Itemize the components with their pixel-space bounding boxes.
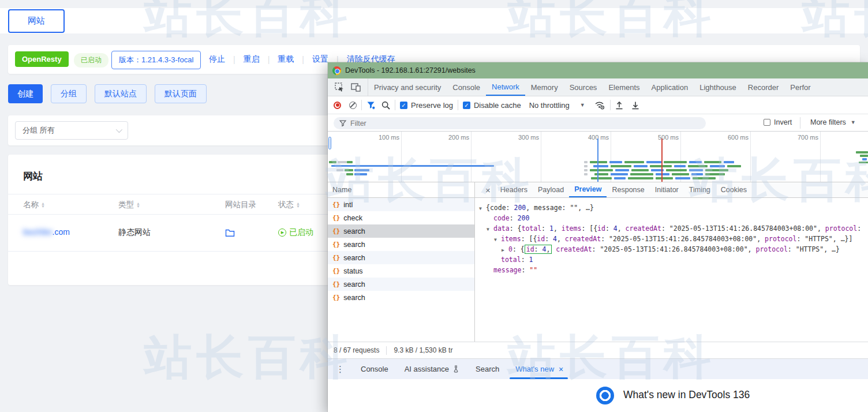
filter-input[interactable] <box>350 119 674 128</box>
devtools-tab-elements[interactable]: Elements <box>603 78 645 96</box>
column-header[interactable]: 状态▲▼ <box>278 200 300 210</box>
devtools-tab-console[interactable]: Console <box>447 78 486 96</box>
close-details-button[interactable]: × <box>481 182 495 197</box>
preserve-log-checkbox[interactable]: ✓ <box>400 102 407 109</box>
waterfall-bar <box>584 161 588 163</box>
drawer-tabbar: ⋮ ConsoleAI assistanceSearchWhat's new× <box>328 358 868 379</box>
drawer-tab-what-s-new[interactable]: What's new× <box>507 359 571 379</box>
details-tab-preview[interactable]: Preview <box>569 182 607 197</box>
details-tab-payload[interactable]: Payload <box>533 182 569 197</box>
filter-input-wrap[interactable] <box>334 117 706 129</box>
request-row[interactable]: {}search <box>328 224 475 238</box>
service-action-link[interactable]: 设置 <box>312 54 328 65</box>
json-token: createdAt <box>556 245 592 253</box>
sort-icon[interactable]: ▲▼ <box>136 202 140 208</box>
devtools-logo-icon <box>596 387 614 404</box>
site-name-link[interactable]: bwzhike.com <box>23 227 70 237</box>
details-tab-response[interactable]: Response <box>607 182 649 197</box>
sort-icon[interactable]: ▲▼ <box>296 202 300 208</box>
drawer-tab-label: AI assistance <box>405 365 449 373</box>
invert-checkbox[interactable] <box>764 119 770 126</box>
request-row[interactable]: {}search <box>328 251 475 264</box>
json-token: , …} <box>824 245 840 253</box>
chrome-icon <box>332 66 341 75</box>
close-drawer-tab-icon[interactable]: × <box>559 365 563 374</box>
requests-header[interactable]: Name <box>328 182 474 198</box>
network-conditions-icon[interactable] <box>594 100 605 110</box>
json-token: : <box>521 256 529 264</box>
service-action-link[interactable]: 重启 <box>244 54 260 65</box>
service-action-link[interactable]: 重载 <box>278 54 294 65</box>
whats-new-panel: What's new in DevTools 136 <box>328 379 868 412</box>
timeline-tick-label: 300 ms <box>518 134 539 141</box>
overview-drag-handle[interactable] <box>328 137 331 149</box>
export-har-icon[interactable] <box>631 101 639 110</box>
version-button[interactable]: 版本：1.21.4.3-3-focal <box>111 51 201 69</box>
network-overview-timeline[interactable]: 100 ms200 ms300 ms400 ms500 ms600 ms700 … <box>328 132 868 182</box>
service-action-link[interactable]: 停止 <box>209 54 225 65</box>
device-toolbar-icon[interactable] <box>351 83 361 92</box>
devtools-tab-privacy-and-security[interactable]: Privacy and security <box>368 78 447 96</box>
devtools-tab-application[interactable]: Application <box>646 78 694 96</box>
record-network-log-icon[interactable] <box>334 102 341 109</box>
drawer-tab-search[interactable]: Search <box>467 359 507 379</box>
json-token: message <box>493 266 521 274</box>
chevron-down-icon <box>116 126 122 133</box>
more-filters-button[interactable]: More filters ▼ <box>810 118 856 126</box>
devtools-title-bar[interactable]: DevTools - 192.168.1.61:27291/websites <box>328 62 868 78</box>
request-row[interactable]: {}check <box>328 211 475 224</box>
column-header[interactable]: 名称▲▼ <box>23 200 45 210</box>
json-token: : <box>592 245 600 253</box>
waterfall-bar <box>724 161 734 163</box>
waterfall-bar <box>688 165 708 167</box>
devtools-tab-perfor[interactable]: Perfor <box>784 78 816 96</box>
json-token: code <box>493 214 510 222</box>
details-tab-cookies[interactable]: Cookies <box>716 182 752 197</box>
group-button[interactable]: 分组 <box>51 84 87 103</box>
expand-arrow-icon[interactable]: ▼ <box>487 224 493 235</box>
drawer-tab-ai-assistance[interactable]: AI assistance <box>396 359 467 379</box>
waterfall-bar <box>727 165 741 167</box>
folder-icon[interactable] <box>225 229 235 237</box>
clear-network-log-icon[interactable] <box>349 102 357 109</box>
devtools-tab-recorder[interactable]: Recorder <box>742 78 784 96</box>
import-har-icon[interactable] <box>615 101 623 110</box>
waterfall-bar <box>590 161 607 163</box>
devtools-tab-sources[interactable]: Sources <box>564 78 603 96</box>
drawer-menu-icon[interactable]: ⋮ <box>328 364 353 374</box>
expand-arrow-icon[interactable]: ▼ <box>479 204 486 214</box>
inspect-element-icon[interactable] <box>335 83 344 92</box>
devtools-tab-lighthouse[interactable]: Lighthouse <box>694 78 742 96</box>
tab-websites[interactable]: 网站 <box>8 9 65 33</box>
transferred-size: 9.3 kB / 1,530 kB tr <box>394 346 452 354</box>
devtools-tab-network[interactable]: Network <box>486 78 525 96</box>
details-tab-headers[interactable]: Headers <box>495 182 533 197</box>
throttling-select[interactable]: No throttling <box>529 101 570 110</box>
request-row[interactable]: {}status <box>328 264 475 278</box>
request-row[interactable]: {}search <box>328 278 475 291</box>
request-row[interactable]: {}search <box>328 238 475 251</box>
json-request-icon: {} <box>332 267 340 275</box>
group-filter-select[interactable]: 分组 所有 <box>15 121 128 140</box>
json-token: total <box>521 224 541 233</box>
waterfall-bar <box>611 165 631 167</box>
default-site-button[interactable]: 默认站点 <box>95 84 147 103</box>
create-button[interactable]: 创建 <box>8 84 43 103</box>
drawer-tab-console[interactable]: Console <box>353 359 396 379</box>
default-page-button[interactable]: 默认页面 <box>155 84 207 103</box>
request-row[interactable]: {}intl <box>328 198 475 211</box>
search-icon[interactable] <box>381 101 390 110</box>
filter-toggle-icon[interactable] <box>366 101 376 110</box>
sort-icon[interactable]: ▲▼ <box>41 202 45 208</box>
column-header[interactable]: 类型▲▼ <box>118 200 140 210</box>
json-token: "2025-05-13T15:41:26.845784003+08:00" <box>669 224 817 233</box>
domcontentloaded-marker <box>597 138 598 182</box>
disable-cache-checkbox[interactable]: ✓ <box>463 102 470 109</box>
running-play-icon: ▶ <box>278 229 286 237</box>
column-header[interactable]: 网站目录 <box>225 200 256 210</box>
details-tab-timing[interactable]: Timing <box>684 182 716 197</box>
request-row[interactable]: {}search <box>328 291 475 304</box>
details-tab-initiator[interactable]: Initiator <box>650 182 684 197</box>
expand-arrow-icon[interactable]: ▼ <box>494 235 501 245</box>
devtools-tab-memory[interactable]: Memory <box>525 78 564 96</box>
